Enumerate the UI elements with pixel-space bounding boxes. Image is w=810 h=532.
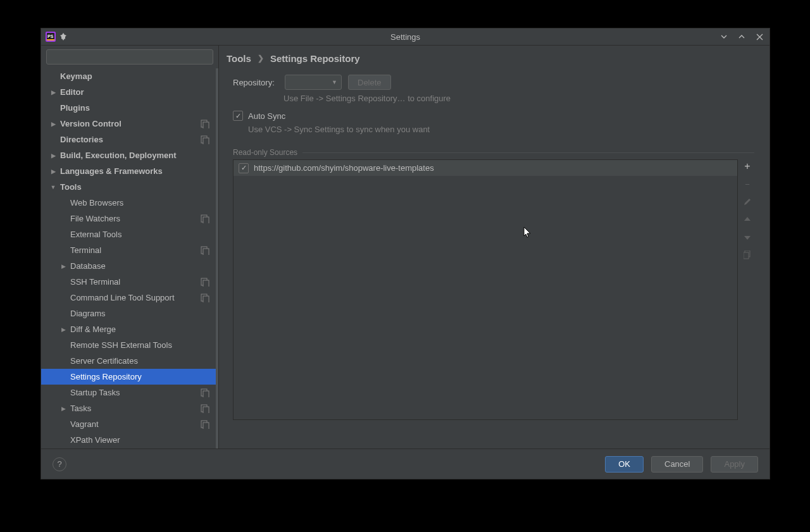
pin-icon[interactable] xyxy=(59,32,68,41)
sidebar-item-build-execution-deployment[interactable]: ▶Build, Execution, Deployment xyxy=(41,147,216,163)
svg-rect-21 xyxy=(203,407,209,413)
sidebar-item-label: File Watchers xyxy=(70,214,198,223)
edit-source-button[interactable] xyxy=(742,196,753,207)
settings-main-panel: Tools ❯ Settings Repository Repository: … xyxy=(219,46,770,448)
svg-rect-25 xyxy=(744,252,749,259)
sidebar-item-vagrant[interactable]: ▶Vagrant xyxy=(41,416,216,432)
settings-sidebar: ▶Keymap▶Editor▶Plugins▶Version Control▶D… xyxy=(41,46,219,448)
help-button[interactable]: ? xyxy=(53,457,66,471)
svg-rect-13 xyxy=(203,249,209,255)
chevron-right-icon: ▶ xyxy=(50,168,56,175)
sidebar-item-label: Remote SSH External Tools xyxy=(70,340,209,350)
search-input[interactable] xyxy=(46,49,213,65)
sidebar-item-xpath-viewer[interactable]: ▶XPath Viewer xyxy=(41,432,216,448)
ok-button[interactable]: OK xyxy=(605,456,644,473)
move-down-button[interactable] xyxy=(742,232,753,243)
chevron-right-icon: ▶ xyxy=(50,89,56,96)
repository-hint: Use File -> Settings Repository… to conf… xyxy=(233,91,754,108)
breadcrumb-leaf: Settings Repository xyxy=(270,53,360,64)
svg-rect-9 xyxy=(203,138,209,144)
sidebar-item-command-line-tool-support[interactable]: ▶Command Line Tool Support xyxy=(41,290,216,306)
sidebar-item-settings-repository[interactable]: ▶Settings Repository xyxy=(41,369,216,385)
sidebar-item-tasks[interactable]: ▶Tasks xyxy=(41,400,216,416)
sidebar-item-label: Tools xyxy=(60,182,209,192)
sidebar-item-remote-ssh-external-tools[interactable]: ▶Remote SSH External Tools xyxy=(41,337,216,353)
svg-rect-11 xyxy=(203,217,209,223)
svg-rect-19 xyxy=(203,391,209,397)
sidebar-item-label: Plugins xyxy=(60,103,209,113)
chevron-right-icon: ▶ xyxy=(50,121,56,127)
delete-button[interactable]: Delete xyxy=(348,75,391,90)
chevron-right-icon: ▶ xyxy=(60,263,66,269)
breadcrumb-root[interactable]: Tools xyxy=(227,53,251,64)
window-title: Settings xyxy=(390,32,420,42)
repository-combo[interactable]: ▼ xyxy=(285,75,342,90)
sidebar-item-label: Diff & Merge xyxy=(70,325,209,334)
close-icon[interactable] xyxy=(754,32,764,42)
chevron-right-icon: ▶ xyxy=(50,152,56,159)
readonly-sources-title: Read-only Sources xyxy=(233,148,297,157)
sidebar-item-languages-frameworks[interactable]: ▶Languages & Frameworks xyxy=(41,163,216,179)
sync-hint: Use VCS -> Sync Settings to sync when yo… xyxy=(233,123,754,140)
maximize-icon[interactable] xyxy=(737,32,747,42)
add-source-button[interactable]: + xyxy=(742,161,753,172)
sidebar-item-diagrams[interactable]: ▶Diagrams xyxy=(41,306,216,321)
dialog-footer: ? OK Cancel Apply xyxy=(41,448,770,479)
cancel-button[interactable]: Cancel xyxy=(651,456,703,473)
move-up-button[interactable] xyxy=(742,214,753,225)
scope-icon xyxy=(201,246,209,255)
sidebar-item-label: Database xyxy=(70,261,209,271)
minimize-icon[interactable] xyxy=(719,32,729,42)
sidebar-item-label: Tasks xyxy=(70,404,198,413)
scope-icon xyxy=(201,278,209,287)
sidebar-item-plugins[interactable]: ▶Plugins xyxy=(41,100,216,116)
sidebar-item-label: Terminal xyxy=(70,245,198,255)
sidebar-item-label: Startup Tasks xyxy=(70,388,198,397)
sidebar-item-version-control[interactable]: ▶Version Control xyxy=(41,116,216,132)
sidebar-item-file-watchers[interactable]: ▶File Watchers xyxy=(41,211,216,226)
sidebar-item-directories[interactable]: ▶Directories xyxy=(41,132,216,147)
source-checkbox[interactable]: ✓ xyxy=(239,163,249,173)
chevron-right-icon: ▶ xyxy=(60,326,66,333)
sidebar-item-diff-merge[interactable]: ▶Diff & Merge xyxy=(41,321,216,337)
settings-tree[interactable]: ▶Keymap▶Editor▶Plugins▶Version Control▶D… xyxy=(41,68,218,448)
sidebar-item-label: Command Line Tool Support xyxy=(70,293,198,302)
sidebar-item-label: Vagrant xyxy=(70,419,198,429)
scope-icon xyxy=(201,120,209,128)
sidebar-item-keymap[interactable]: ▶Keymap xyxy=(41,68,216,84)
sidebar-item-label: Languages & Frameworks xyxy=(60,166,209,176)
source-row[interactable]: ✓https://github.com/shyim/shopware-live-… xyxy=(234,160,737,176)
sidebar-item-label: Keymap xyxy=(60,71,209,81)
remove-source-button[interactable]: − xyxy=(742,178,753,190)
sidebar-item-label: XPath Viewer xyxy=(70,435,209,445)
auto-sync-checkbox[interactable]: ✓ xyxy=(233,111,243,121)
sidebar-item-external-tools[interactable]: ▶External Tools xyxy=(41,226,216,242)
scope-icon xyxy=(201,135,209,144)
app-icon: PS xyxy=(45,31,56,42)
svg-rect-3 xyxy=(47,39,54,40)
sidebar-item-terminal[interactable]: ▶Terminal xyxy=(41,242,216,258)
sidebar-item-tools[interactable]: ▼Tools xyxy=(41,179,216,195)
sidebar-item-editor[interactable]: ▶Editor xyxy=(41,84,216,100)
chevron-down-icon: ▼ xyxy=(332,79,337,85)
sidebar-item-label: Settings Repository xyxy=(70,372,209,381)
source-url: https://github.com/shyim/shopware-live-t… xyxy=(254,163,434,173)
sidebar-item-label: Build, Execution, Deployment xyxy=(60,151,209,160)
svg-rect-7 xyxy=(203,122,209,128)
sidebar-item-startup-tasks[interactable]: ▶Startup Tasks xyxy=(41,385,216,400)
readonly-sources-list[interactable]: ✓https://github.com/shyim/shopware-live-… xyxy=(233,159,738,420)
sidebar-item-label: SSH Terminal xyxy=(70,277,198,287)
svg-rect-17 xyxy=(203,296,209,302)
sidebar-item-ssh-terminal[interactable]: ▶SSH Terminal xyxy=(41,274,216,290)
scope-icon xyxy=(201,214,209,223)
sidebar-item-label: Web Browsers xyxy=(70,198,209,207)
copy-source-button[interactable] xyxy=(742,249,753,261)
sidebar-item-label: External Tools xyxy=(70,230,209,239)
scope-icon xyxy=(201,420,209,429)
apply-button[interactable]: Apply xyxy=(711,456,758,473)
sidebar-item-label: Server Certificates xyxy=(70,356,209,366)
sidebar-item-label: Directories xyxy=(60,135,198,144)
sidebar-item-server-certificates[interactable]: ▶Server Certificates xyxy=(41,353,216,369)
sidebar-item-web-browsers[interactable]: ▶Web Browsers xyxy=(41,195,216,211)
sidebar-item-database[interactable]: ▶Database xyxy=(41,258,216,274)
